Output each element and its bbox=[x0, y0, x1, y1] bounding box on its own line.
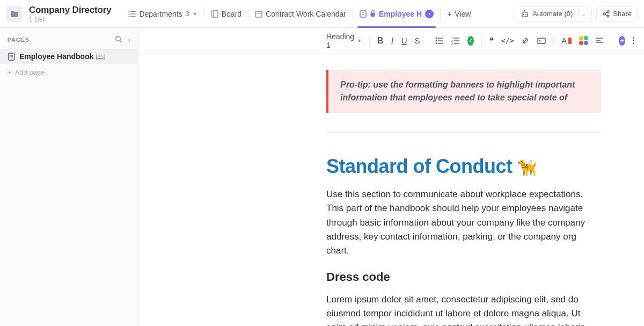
view-contract-calendar[interactable]: Contract Work Calendar bbox=[248, 0, 353, 28]
editor-toolbar: Heading 1 ▼ B I U S 123 ✓ ❝ </> bbox=[138, 28, 644, 54]
svg-rect-32 bbox=[438, 40, 443, 41]
view-count: 3 bbox=[186, 10, 189, 18]
sidebar: PAGES ‹ Employee Handbook 📖 + Add page bbox=[0, 28, 138, 326]
view-label: Board bbox=[222, 10, 241, 18]
bold-button[interactable]: B bbox=[377, 36, 384, 46]
svg-point-19 bbox=[603, 13, 605, 15]
plus-icon: + bbox=[8, 68, 12, 76]
view-employee-handbook[interactable]: Employee H › bbox=[353, 0, 440, 28]
automate-button[interactable]: Automate (0) ⌄ bbox=[515, 6, 592, 22]
code-button[interactable]: </> bbox=[501, 37, 514, 45]
doc-icon bbox=[8, 53, 15, 61]
svg-rect-14 bbox=[522, 12, 528, 17]
heading-dropdown[interactable]: Heading 1 ▼ bbox=[326, 32, 362, 49]
svg-text:3: 3 bbox=[451, 42, 453, 45]
share-icon bbox=[602, 10, 610, 18]
text-color-button[interactable]: A bbox=[561, 36, 572, 45]
svg-rect-38 bbox=[454, 40, 459, 41]
lock-icon bbox=[370, 10, 376, 17]
toolbar-separator bbox=[428, 35, 428, 46]
svg-point-18 bbox=[524, 10, 525, 11]
pro-tip-banner: Pro-tip: use the formatting banners to h… bbox=[326, 70, 601, 113]
view-departments[interactable]: Departments 3 ▼ bbox=[122, 0, 203, 28]
plus-icon: + bbox=[447, 10, 451, 18]
page-subtitle: 1 List bbox=[29, 16, 111, 23]
inline-separator bbox=[578, 10, 579, 18]
section-paragraph[interactable]: Use this section to communicate about wo… bbox=[326, 187, 601, 258]
automate-label: Automate (0) bbox=[532, 10, 573, 18]
svg-line-25 bbox=[120, 41, 122, 43]
quote-button[interactable]: ❝ bbox=[489, 36, 494, 46]
svg-line-22 bbox=[605, 12, 608, 13]
add-page-label: Add page bbox=[15, 68, 45, 76]
bulleted-list-button[interactable] bbox=[435, 37, 444, 45]
body-container: PAGES ‹ Employee Handbook 📖 + Add page H… bbox=[0, 28, 644, 326]
svg-rect-41 bbox=[538, 38, 545, 44]
link-button[interactable] bbox=[521, 37, 530, 45]
chevron-down-icon[interactable]: ⌄ bbox=[582, 11, 586, 17]
heading-emoji: 🦮 bbox=[517, 159, 537, 177]
svg-point-29 bbox=[436, 37, 437, 39]
svg-point-15 bbox=[523, 14, 524, 15]
italic-button[interactable]: I bbox=[391, 36, 393, 46]
svg-rect-5 bbox=[130, 16, 136, 16]
checklist-button[interactable]: ✓ bbox=[467, 36, 474, 46]
view-label: Contract Work Calendar bbox=[266, 10, 346, 18]
svg-rect-30 bbox=[438, 38, 443, 38]
add-page-button[interactable]: + Add page bbox=[0, 64, 138, 81]
svg-point-2 bbox=[129, 13, 130, 14]
svg-rect-3 bbox=[130, 13, 136, 14]
svg-point-24 bbox=[115, 37, 120, 41]
collapse-icon[interactable]: ‹ bbox=[128, 35, 130, 44]
subsection-paragraph[interactable]: Lorem ipsum dolor sit amet, consectetur … bbox=[326, 293, 601, 326]
svg-rect-10 bbox=[360, 11, 366, 17]
strike-button[interactable]: S bbox=[414, 36, 420, 45]
page-title: Company Directory bbox=[29, 5, 111, 16]
calendar-icon bbox=[255, 10, 262, 18]
board-icon bbox=[211, 10, 218, 18]
caret-down-icon: ▼ bbox=[193, 11, 197, 17]
search-icon[interactable] bbox=[115, 35, 123, 44]
svg-rect-36 bbox=[454, 38, 459, 38]
numbered-list-button[interactable]: 123 bbox=[451, 37, 460, 45]
underline-button[interactable]: U bbox=[401, 36, 407, 45]
svg-point-42 bbox=[539, 40, 541, 41]
align-button[interactable] bbox=[596, 38, 603, 44]
svg-rect-6 bbox=[211, 11, 218, 17]
toolbar-separator bbox=[553, 35, 554, 46]
share-label: Share bbox=[613, 10, 632, 18]
banner-text: Pro-tip: use the formatting banners to h… bbox=[340, 78, 589, 104]
toolbar-separator bbox=[481, 35, 482, 46]
svg-rect-8 bbox=[255, 11, 262, 17]
view-board[interactable]: Board bbox=[204, 0, 248, 28]
horizontal-rule bbox=[326, 132, 601, 133]
share-button[interactable]: Share bbox=[596, 6, 638, 22]
svg-line-23 bbox=[605, 15, 608, 16]
add-view-button[interactable]: + View bbox=[441, 0, 477, 28]
insert-button[interactable]: + bbox=[619, 36, 625, 46]
top-bar: Company Directory 1 List Departments 3 ▼… bbox=[0, 0, 644, 28]
heading-label: Heading 1 bbox=[326, 32, 354, 49]
sidebar-pages-label: PAGES bbox=[8, 37, 30, 43]
title-block: Company Directory 1 List bbox=[29, 5, 111, 23]
svg-point-16 bbox=[525, 14, 526, 15]
color-palette-button[interactable] bbox=[579, 36, 588, 45]
sidebar-item-label: Employee Handbook 📖 bbox=[19, 52, 105, 61]
doc-icon bbox=[360, 10, 367, 18]
arrow-right-icon: › bbox=[425, 10, 434, 18]
main-content: Heading 1 ▼ B I U S 123 ✓ ❝ </> bbox=[138, 28, 644, 326]
sidebar-item-handbook[interactable]: Employee Handbook 📖 bbox=[0, 49, 138, 64]
banner-button[interactable] bbox=[537, 37, 546, 45]
subsection-heading[interactable]: Dress code bbox=[326, 270, 601, 284]
header-actions: Automate (0) ⌄ Share bbox=[515, 6, 638, 22]
svg-rect-13 bbox=[371, 13, 375, 17]
document-body: Pro-tip: use the formatting banners to h… bbox=[138, 54, 644, 326]
more-options-button[interactable] bbox=[633, 37, 634, 44]
svg-point-20 bbox=[607, 11, 609, 13]
section-heading[interactable]: Standard of Conduct 🦮 bbox=[326, 155, 601, 178]
svg-point-4 bbox=[129, 16, 130, 17]
view-label: Employee H bbox=[379, 10, 422, 18]
sidebar-header: PAGES ‹ bbox=[0, 35, 138, 49]
view-label: Departments bbox=[139, 10, 182, 18]
svg-point-33 bbox=[436, 42, 437, 44]
